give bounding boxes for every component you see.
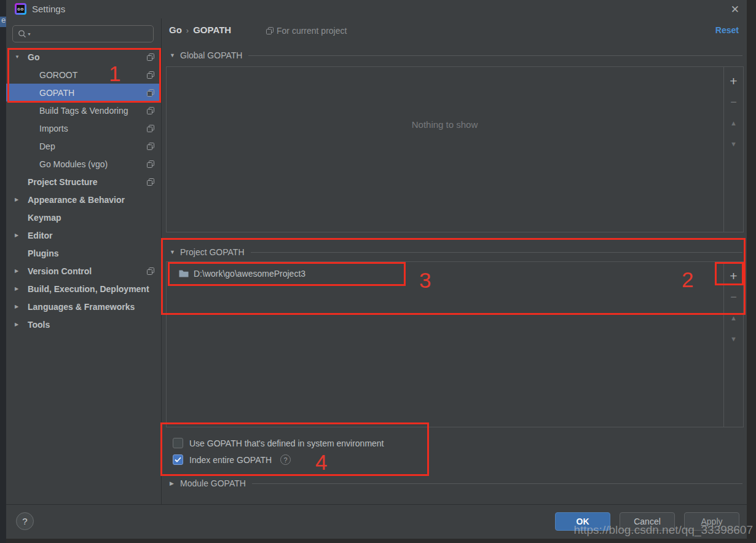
chevron-right-icon[interactable]: ▶ [15, 286, 24, 291]
window-title: Settings [32, 4, 65, 14]
plus-button[interactable]: + [724, 266, 743, 287]
sidebar-item-label: Build, Execution, Deployment [28, 284, 149, 294]
sidebar-item-label: Languages & Frameworks [28, 302, 135, 312]
background-text-fragment: e [1, 15, 6, 25]
use-system-gopath-row: Use GOPATH that's defined in system envi… [173, 438, 384, 448]
sidebar-item-goroot[interactable]: GOROOT [6, 66, 161, 84]
global-gopath-list[interactable]: Nothing to show +−▲▼ [166, 66, 744, 232]
sidebar-item-label: Keymap [28, 213, 61, 223]
sidebar-item-build-execution-deployment[interactable]: ▶Build, Execution, Deployment [6, 280, 161, 298]
section-rule [248, 55, 742, 56]
breadcrumb-gopath: GOPATH [193, 25, 231, 35]
sidebar-item-label: Plugins [28, 248, 59, 258]
down-button: ▼ [724, 133, 743, 154]
per-project-settings-icon [147, 125, 154, 132]
reset-link[interactable]: Reset [715, 25, 739, 35]
section-rule [251, 252, 742, 253]
module-gopath-header[interactable]: ▶ Module GOPATH [170, 478, 742, 488]
per-project-settings-icon [147, 54, 154, 61]
chevron-right-icon[interactable]: ▶ [170, 480, 180, 486]
sidebar-item-label: Appearance & Behavior [28, 195, 125, 205]
sidebar-item-go-modules-vgo[interactable]: Go Modules (vgo) [6, 155, 161, 173]
sidebar-item-imports[interactable]: Imports [6, 119, 161, 137]
help-icon[interactable]: ? [280, 454, 291, 465]
up-button: ▲ [724, 113, 743, 133]
close-icon[interactable]: ✕ [731, 3, 739, 16]
minus-button: − [724, 92, 743, 113]
sidebar-item-keymap[interactable]: Keymap [6, 208, 161, 226]
settings-sidebar: ▼ ▼GoGOROOTGOPATHBuild Tags & VendoringI… [6, 18, 162, 504]
settings-tree: ▼GoGOROOTGOPATHBuild Tags & VendoringImp… [6, 48, 161, 333]
global-gopath-header[interactable]: ▼ Global GOPATH [170, 50, 742, 60]
per-project-settings-icon [147, 268, 154, 275]
breadcrumb-go: Go [169, 25, 182, 35]
use-system-gopath-checkbox[interactable] [173, 438, 183, 448]
empty-list-message: Nothing to show [167, 119, 723, 130]
scope-note-label: For current project [277, 26, 347, 36]
project-gopath-list[interactable]: D:\work\go\awesomeProject3 +−▲▼ [166, 261, 744, 427]
sidebar-item-label: GOPATH [39, 88, 74, 98]
project-gopath-toolbar: +−▲▼ [723, 262, 743, 427]
per-project-settings-icon [147, 107, 154, 114]
sidebar-item-plugins[interactable]: Plugins [6, 244, 161, 262]
index-entire-gopath-checkbox[interactable] [173, 454, 183, 465]
down-button: ▼ [724, 328, 743, 349]
sidebar-item-label: Go [28, 52, 39, 62]
chevron-right-icon[interactable]: ▶ [15, 322, 24, 327]
search-icon [18, 30, 26, 38]
gopath-entry[interactable]: D:\work\go\awesomeProject3 [167, 264, 722, 282]
minus-button: − [724, 287, 743, 307]
search-input[interactable]: ▼ [12, 25, 154, 42]
chevron-right-icon[interactable]: ▶ [15, 232, 24, 238]
sidebar-item-label: Dep [39, 141, 55, 151]
index-entire-gopath-label: Index entire GOPATH [189, 455, 272, 465]
sidebar-item-appearance-behavior[interactable]: ▶Appearance & Behavior [6, 191, 161, 208]
title-bar: GO Settings ✕ [6, 0, 747, 18]
chevron-right-icon[interactable]: ▶ [15, 197, 24, 202]
sidebar-item-label: Imports [39, 124, 68, 133]
sidebar-item-version-control[interactable]: ▶Version Control [6, 262, 161, 280]
use-system-gopath-label: Use GOPATH that's defined in system envi… [189, 438, 384, 448]
sidebar-item-label: GOROOT [39, 70, 77, 80]
search-history-chevron-icon[interactable]: ▼ [27, 32, 31, 36]
global-gopath-toolbar: +−▲▼ [723, 67, 743, 232]
sidebar-item-editor[interactable]: ▶Editor [6, 226, 161, 244]
sidebar-item-go[interactable]: ▼Go [6, 48, 161, 66]
per-project-settings-icon [147, 89, 154, 97]
sidebar-item-label: Tools [28, 320, 50, 330]
project-gopath-header[interactable]: ▼ Project GOPATH [170, 247, 742, 257]
section-title: Project GOPATH [180, 247, 245, 257]
sidebar-item-languages-frameworks[interactable]: ▶Languages & Frameworks [6, 298, 161, 315]
help-button[interactable]: ? [16, 512, 34, 530]
sidebar-item-label: Go Modules (vgo) [39, 159, 108, 169]
chevron-right-icon[interactable]: ▶ [15, 268, 24, 274]
section-title: Global GOPATH [180, 50, 242, 60]
sidebar-item-tools[interactable]: ▶Tools [6, 315, 161, 333]
chevron-down-icon[interactable]: ▼ [15, 54, 24, 60]
settings-dialog: GO Settings ✕ ▼ ▼GoGOROOTGOPATHBuild Tag… [6, 0, 747, 539]
sidebar-item-label: Editor [28, 231, 52, 240]
gopath-entry-label: D:\work\go\awesomeProject3 [194, 269, 305, 279]
sidebar-item-gopath[interactable]: GOPATH [6, 84, 161, 101]
sidebar-item-dep[interactable]: Dep [6, 137, 161, 155]
sidebar-item-project-structure[interactable]: Project Structure [6, 173, 161, 191]
chevron-right-icon[interactable]: ▶ [15, 304, 24, 309]
section-rule [252, 483, 742, 484]
sidebar-item-label: Build Tags & Vendoring [39, 106, 128, 116]
per-project-settings-icon [147, 143, 154, 150]
sidebar-item-build-tags-vendoring[interactable]: Build Tags & Vendoring [6, 101, 161, 119]
breadcrumb: Go›GOPATH [169, 25, 231, 35]
plus-button[interactable]: + [724, 71, 743, 92]
index-entire-gopath-row: Index entire GOPATH ? [173, 454, 291, 465]
folder-icon [179, 269, 189, 277]
sidebar-item-label: Project Structure [28, 177, 98, 187]
chevron-down-icon[interactable]: ▼ [170, 52, 180, 58]
settings-content: Go›GOPATH For current project Reset ▼ Gl… [162, 18, 747, 504]
sidebar-item-label: Version Control [28, 266, 92, 276]
scope-note: For current project [266, 26, 347, 36]
background-window-edge [0, 0, 6, 543]
chevron-down-icon[interactable]: ▼ [170, 249, 180, 255]
breadcrumb-separator: › [186, 26, 189, 35]
per-project-settings-icon [147, 178, 154, 186]
up-button: ▲ [724, 307, 743, 328]
